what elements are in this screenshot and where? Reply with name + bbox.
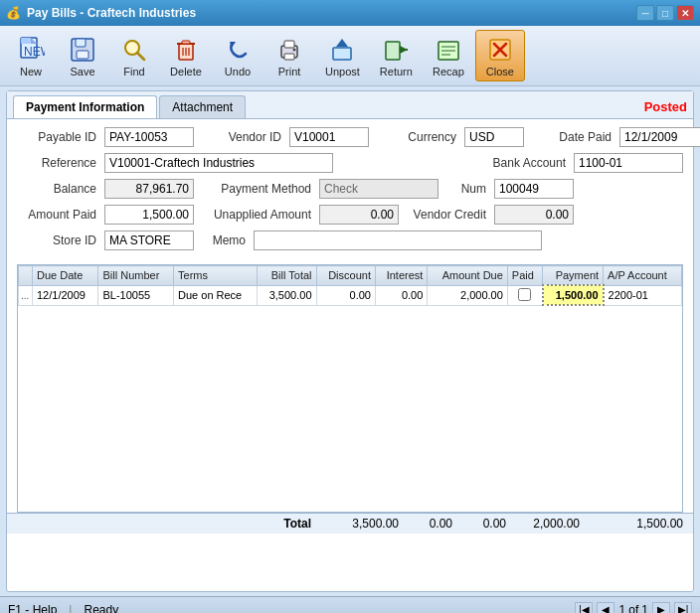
bank-account-label: Bank Account xyxy=(476,156,566,170)
col-ap-account: A/P Account xyxy=(604,266,682,286)
title-icon: 💰 xyxy=(6,6,21,20)
vendor-id-label: Vendor ID xyxy=(202,130,281,144)
undo-label: Undo xyxy=(225,66,251,77)
payable-id-label: Payable ID xyxy=(17,130,96,144)
empty-row-1 xyxy=(19,305,682,321)
find-icon xyxy=(118,34,150,66)
save-button[interactable]: Save xyxy=(58,30,107,81)
bills-table: Due Date Bill Number Terms Bill Total Di… xyxy=(18,265,682,512)
form-area: Payable ID Vendor ID Currency Date Paid … xyxy=(7,119,693,264)
svg-rect-20 xyxy=(333,48,351,60)
row-paid-checkbox[interactable] xyxy=(507,285,543,305)
nav-first-button[interactable]: |◀ xyxy=(575,602,593,614)
form-row-5: Store ID Memo xyxy=(17,230,683,250)
find-button[interactable]: Find xyxy=(109,30,159,81)
memo-label: Memo xyxy=(202,233,246,247)
svg-rect-17 xyxy=(284,41,294,48)
total-interest: 0.00 xyxy=(456,517,506,531)
svg-line-8 xyxy=(137,53,144,60)
col-bill-total: Bill Total xyxy=(258,266,316,286)
unpost-label: Unpost xyxy=(325,66,360,77)
vendor-id-input[interactable] xyxy=(289,127,369,147)
main-content: Payment Information Attachment Posted Pa… xyxy=(0,86,700,596)
col-bill-number: Bill Number xyxy=(98,266,174,286)
print-button[interactable]: Print xyxy=(264,30,314,81)
return-button[interactable]: Return xyxy=(371,30,422,81)
svg-rect-1 xyxy=(21,38,31,44)
help-text: F1 - Help xyxy=(8,603,57,614)
nav-prev-button[interactable]: ◀ xyxy=(597,602,614,614)
vendor-credit-input xyxy=(494,205,574,225)
form-row-2: Reference Bank Account xyxy=(17,153,683,173)
totals-label: Total xyxy=(283,517,311,531)
currency-input[interactable] xyxy=(464,127,524,147)
total-amount-due: 2,000.00 xyxy=(510,517,580,531)
nav-last-button[interactable]: ▶| xyxy=(674,602,692,614)
reference-input[interactable] xyxy=(104,153,333,173)
amount-paid-label: Amount Paid xyxy=(17,208,96,222)
svg-point-19 xyxy=(293,49,296,52)
date-paid-input[interactable] xyxy=(619,127,700,147)
return-icon xyxy=(380,34,412,66)
tab-attachment[interactable]: Attachment xyxy=(159,95,246,118)
payable-id-input[interactable] xyxy=(104,127,194,147)
recap-icon xyxy=(433,34,464,66)
col-amount-due: Amount Due xyxy=(428,266,508,286)
empty-row-6 xyxy=(19,384,682,400)
payment-method-input xyxy=(319,179,438,199)
empty-row-12 xyxy=(19,480,682,496)
svg-rect-11 xyxy=(182,41,190,44)
status-bar: F1 - Help | Ready |◀ ◀ 1 of 1 ▶ ▶| xyxy=(0,596,700,613)
row-interest: 0.00 xyxy=(375,285,427,305)
close-button[interactable]: Close xyxy=(475,30,525,81)
amount-paid-input[interactable] xyxy=(104,205,194,225)
print-icon xyxy=(273,34,305,66)
date-paid-label: Date Paid xyxy=(532,130,612,144)
svg-rect-18 xyxy=(284,54,294,60)
bank-account-input[interactable] xyxy=(574,153,683,173)
posted-badge: Posted xyxy=(644,99,687,118)
row-discount: 0.00 xyxy=(316,285,375,305)
num-label: Num xyxy=(446,182,486,196)
col-terms: Terms xyxy=(174,266,258,286)
row-bill-total: 3,500.00 xyxy=(258,285,316,305)
row-due-date: 12/1/2009 xyxy=(33,285,98,305)
maximize-button[interactable]: □ xyxy=(656,5,674,21)
svg-rect-22 xyxy=(386,42,400,60)
delete-button[interactable]: Delete xyxy=(161,30,211,81)
recap-button[interactable]: Recap xyxy=(424,30,473,81)
new-icon: NEW xyxy=(15,34,47,66)
close-icon xyxy=(484,34,516,66)
reference-label: Reference xyxy=(17,156,96,170)
minimize-button[interactable]: ─ xyxy=(636,5,654,21)
total-bill-total: 3,500.00 xyxy=(319,517,399,531)
print-label: Print xyxy=(278,66,301,77)
delete-label: Delete xyxy=(170,66,202,77)
nav-next-button[interactable]: ▶ xyxy=(652,602,670,614)
store-id-input[interactable] xyxy=(104,230,194,250)
save-icon xyxy=(67,34,98,66)
num-input[interactable] xyxy=(494,179,574,199)
empty-row-8 xyxy=(19,416,682,432)
title-bar: 💰 Pay Bills - Craftech Industries ─ □ ✕ xyxy=(0,0,700,26)
window-close-button[interactable]: ✕ xyxy=(676,5,694,21)
col-payment: Payment xyxy=(543,266,604,286)
store-id-label: Store ID xyxy=(17,233,96,247)
new-label: New xyxy=(20,66,42,77)
total-payment: 1,500.00 xyxy=(613,517,683,531)
memo-input[interactable] xyxy=(254,230,542,250)
unpost-icon xyxy=(326,34,358,66)
svg-rect-5 xyxy=(76,39,86,47)
empty-row-3 xyxy=(19,337,682,353)
row-payment[interactable]: 1,500.00 xyxy=(543,285,604,305)
row-amount-due: 2,000.00 xyxy=(428,285,508,305)
table-row: ... 12/1/2009 BL-10055 Due on Rece 3,500… xyxy=(19,285,682,305)
form-row-1: Payable ID Vendor ID Currency Date Paid xyxy=(17,127,683,147)
page-current: 1 of 1 xyxy=(618,603,648,614)
new-button[interactable]: NEW New xyxy=(6,30,56,81)
svg-marker-21 xyxy=(336,39,348,47)
tab-payment-information[interactable]: Payment Information xyxy=(13,95,157,118)
row-expand[interactable]: ... xyxy=(19,285,33,305)
undo-button[interactable]: Undo xyxy=(213,30,262,81)
unpost-button[interactable]: Unpost xyxy=(316,30,369,81)
